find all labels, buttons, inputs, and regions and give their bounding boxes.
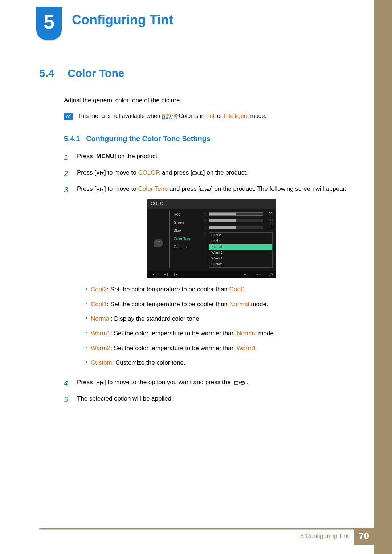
- page-number: 70: [354, 528, 374, 545]
- chapter-number: 5: [44, 11, 54, 33]
- source-enter-icon: [234, 380, 245, 385]
- osd-label-colortone: Color Tone: [174, 236, 202, 242]
- page-footer: 5 Configuring Tint 70: [39, 528, 374, 545]
- svg-rect-0: [100, 171, 101, 175]
- osd-title: COLOR: [147, 199, 276, 209]
- note-text: This menu is not available when SAMSUNGM…: [78, 113, 266, 120]
- step-5: 5 The selected option will be applied.: [64, 394, 348, 405]
- menu-icon: MENU: [96, 153, 114, 160]
- step-3: 3 Press [] to move to Color Tone and pre…: [64, 184, 348, 373]
- osd-label-blue: Blue: [174, 228, 202, 234]
- osd-label-green: Green: [174, 220, 202, 226]
- svg-rect-8: [100, 381, 101, 385]
- subsection-heading: 5.4.1 Configuring the Color Tone Setting…: [64, 135, 348, 143]
- bullet-warm1: Warm1: Set the color temperature to be w…: [86, 329, 346, 338]
- bullet-cool2: Cool2: Set the color temperature to be c…: [86, 285, 346, 294]
- osd-left-icon: ◄: [151, 273, 156, 276]
- svg-rect-1: [193, 172, 196, 175]
- svg-line-2: [197, 171, 198, 175]
- chapter-title: Configuring Tint: [72, 12, 173, 28]
- svg-rect-5: [200, 188, 204, 191]
- svg-line-10: [239, 381, 240, 385]
- subsection-title: Configuring the Color Tone Settings: [86, 135, 211, 143]
- section-title: Color Tone: [68, 67, 124, 79]
- bullet-normal: Normal: Display the standard color tone.: [86, 314, 346, 324]
- up-down-icon: [96, 187, 104, 192]
- svg-line-6: [205, 188, 206, 191]
- power-icon: [269, 273, 273, 276]
- section-number: 5.4: [39, 67, 65, 79]
- osd-label-gamma: Gamma: [174, 244, 202, 250]
- bullet-custom: Custom: Customize the color tone.: [86, 358, 346, 368]
- osd-label-red: Red: [174, 212, 202, 217]
- section-body: 5.4 Color Tone Adjust the general color …: [39, 67, 348, 410]
- osd-enter-icon: ↵: [242, 273, 248, 276]
- bullet-cool1: Cool1: Set the color temperature to be c…: [86, 300, 346, 309]
- step-1: 1 Press [MENU] on the product.: [64, 152, 348, 163]
- osd-row-red: :50: [205, 212, 273, 216]
- osd-row-blue: :50: [205, 225, 273, 230]
- samsung-magic-logo: SAMSUNGMAGIC: [162, 113, 179, 120]
- osd-down-icon: ▼: [163, 273, 168, 276]
- svg-rect-9: [234, 381, 238, 384]
- osd-dropdown: Cool 2 Cool 1 Normal Warm 1 Warm 2 Custo…: [209, 232, 272, 268]
- step-4: 4 Press [] to move to the option you wan…: [64, 378, 348, 389]
- intro-text: Adjust the general color tone of the pic…: [64, 97, 348, 104]
- palette-icon: [154, 239, 163, 247]
- bullet-warm2: Warm2: Set the color temperature to be w…: [86, 344, 346, 353]
- section-heading: 5.4 Color Tone: [39, 67, 348, 79]
- osd-screenshot: COLOR Red Green Blue Color Tone Gamma :5…: [147, 199, 276, 278]
- footer-text: 5 Configuring Tint: [301, 533, 354, 540]
- osd-row-colortone: : Cool 2 Cool 1 Normal Warm 1 Warm 2 Cus…: [205, 232, 273, 268]
- note-row: This menu is not available when SAMSUNGM…: [64, 113, 348, 120]
- svg-rect-4: [100, 188, 101, 191]
- up-down-icon: [96, 171, 104, 175]
- option-bullets: Cool2: Set the color temperature to be c…: [77, 285, 346, 368]
- osd-row-green: :50: [205, 218, 273, 223]
- right-margin-bar: [374, 0, 392, 554]
- up-down-icon: [96, 381, 104, 385]
- source-enter-icon: [200, 187, 211, 192]
- subsection-number: 5.4.1: [64, 135, 80, 143]
- step-2: 2 Press [] to move to COLOR and press []…: [64, 168, 348, 179]
- chapter-badge: 5: [36, 7, 62, 40]
- source-enter-icon: [192, 171, 203, 176]
- note-icon: [64, 113, 73, 120]
- osd-footer: ◄ ▼ ▲ ↵ AUTO: [147, 271, 276, 278]
- osd-up-icon: ▲: [174, 273, 179, 276]
- steps-list: 1 Press [MENU] on the product. 2 Press […: [64, 152, 348, 405]
- osd-auto: AUTO: [254, 272, 263, 277]
